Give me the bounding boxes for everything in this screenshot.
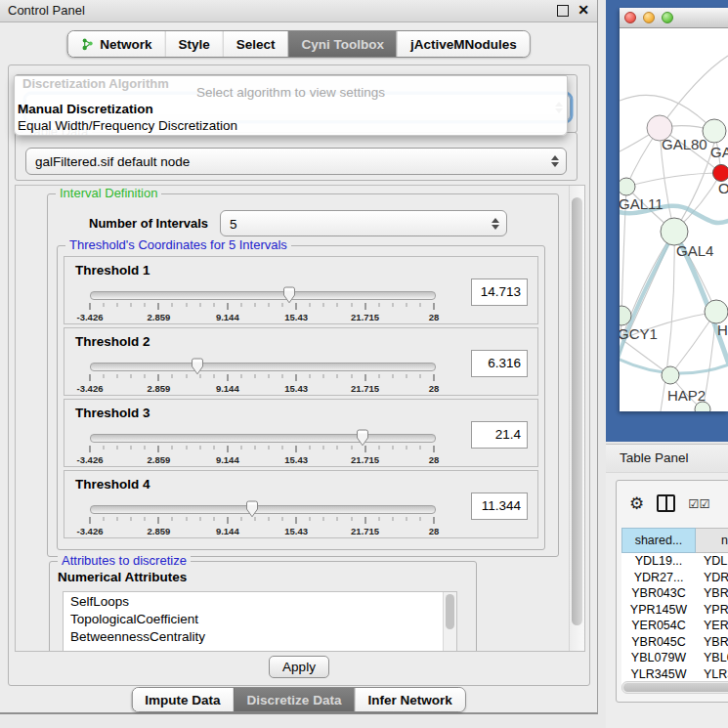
tab-select[interactable]: Select [223, 31, 288, 57]
slider-ticks [90, 517, 434, 525]
node-right[interactable] [705, 300, 728, 323]
zoom-traffic-light-icon[interactable] [662, 12, 673, 23]
tab-label: Style [178, 37, 209, 52]
slider-tick-label: 9.144 [216, 454, 239, 465]
table-row[interactable]: YBR043C YBR0 [621, 585, 728, 602]
slider-tick [378, 303, 379, 307]
cell-shared-name[interactable]: YPR145W [621, 602, 696, 619]
cell-shared-name[interactable]: YDR27... [621, 570, 696, 586]
cell-shared-name[interactable]: YBL079W [621, 650, 696, 666]
table-data-combobox[interactable]: galFiltered.sif default node [25, 148, 567, 175]
slider-tick-label: 15.43 [284, 312, 308, 322]
threshold-slider[interactable] [90, 291, 436, 300]
slider-tick [323, 374, 324, 378]
slider-tick [240, 303, 241, 307]
slider-thumb-icon[interactable] [191, 358, 204, 375]
table-row[interactable]: YLR345W YLR3 [621, 666, 728, 683]
slider-thumb-icon[interactable] [282, 286, 296, 304]
node-gal4[interactable] [661, 218, 688, 245]
threshold-slider[interactable] [90, 363, 436, 371]
slider-tick [213, 446, 214, 450]
select-columns-icon[interactable]: ☑☑ [688, 496, 709, 511]
cell-name[interactable]: YDL1 [696, 553, 728, 570]
apply-button[interactable]: Apply [269, 656, 329, 678]
cell-name[interactable]: YDR2 [696, 570, 728, 586]
cell-name[interactable]: YBR0 [696, 634, 728, 651]
slider-tick [434, 517, 435, 524]
close-traffic-light-icon[interactable] [624, 12, 636, 23]
tab-infer-network[interactable]: Infer Network [354, 688, 464, 711]
cell-shared-name[interactable]: YBR043C [621, 585, 696, 602]
tab-network[interactable]: Network [67, 31, 164, 57]
gear-icon[interactable]: ⚙ [629, 495, 644, 512]
tab-jactivemnodules[interactable]: jActiveMNodules [397, 31, 530, 57]
slider-tick [104, 517, 105, 521]
attributes-group: Attributes to discretize Numerical Attri… [49, 561, 477, 652]
slider-tick [254, 374, 255, 378]
network-canvas[interactable]: GAL80 GA GAL11 O GAL4 GCY1 H HAP2 [620, 28, 728, 411]
column-header-name[interactable]: n [696, 528, 728, 553]
numerical-attributes-list[interactable]: SelfLoopsTopologicalCoefficientBetweenne… [63, 591, 457, 652]
cell-name[interactable]: YBL0 [696, 650, 728, 666]
tab-cyni-toolbox[interactable]: Cyni Toolbox [288, 31, 398, 57]
list-scrollbar-thumb[interactable] [446, 594, 454, 629]
number-of-intervals-combobox[interactable]: 5 [220, 210, 507, 236]
attribute-list-item[interactable]: BetweennessCentrality [64, 627, 456, 645]
threshold-value-field[interactable]: 6.316 [471, 350, 528, 377]
top-tab-strip: Network Style Select Cyni Toolbox jActiv… [66, 30, 531, 58]
minimize-traffic-light-icon[interactable] [643, 12, 655, 23]
cell-shared-name[interactable]: YLR345W [621, 666, 696, 683]
algorithm-option[interactable]: Equal Width/Frequency Discretization [17, 117, 565, 134]
threshold-slider[interactable] [90, 505, 436, 514]
table-row[interactable]: YBR045C YBR0 [621, 634, 728, 651]
number-of-intervals-value: 5 [230, 216, 237, 231]
column-header-shared-name[interactable]: shared... [621, 528, 696, 553]
cell-shared-name[interactable]: YDL19... [621, 553, 696, 570]
cell-name[interactable]: YLR3 [696, 666, 728, 683]
algorithm-option[interactable]: Manual Discretization [17, 101, 565, 117]
horizontal-scrollbar-thumb[interactable] [623, 683, 728, 692]
tab-impute-data[interactable]: Impute Data [132, 688, 233, 711]
horizontal-scrollbar[interactable] [621, 681, 728, 694]
slider-tick [269, 446, 270, 450]
threshold-slider[interactable] [90, 434, 436, 443]
threshold-rows: Threshold 1 -3.4262.8599.14415.4321.7152… [64, 256, 538, 541]
network-window-titlebar[interactable] [620, 8, 728, 28]
slider-thumb-icon[interactable] [245, 500, 259, 518]
cell-name[interactable]: YPR1 [696, 602, 728, 619]
cell-name[interactable]: YER0 [696, 618, 728, 634]
slider-tick-label: 15.43 [284, 526, 308, 536]
cell-shared-name[interactable]: YBR045C [621, 634, 696, 651]
slider-tick [296, 517, 297, 524]
tab-discretize-data[interactable]: Discretize Data [234, 688, 355, 711]
table-row[interactable]: YPR145W YPR1 [621, 602, 728, 619]
table-row[interactable]: YDL19... YDL1 [621, 553, 728, 570]
slider-thumb-icon[interactable] [356, 429, 369, 447]
cell-shared-name[interactable]: YER054C [621, 618, 696, 634]
column-layout-icon[interactable] [657, 494, 675, 512]
attribute-list-item[interactable]: TopologicalCoefficient [64, 610, 456, 627]
table-row[interactable]: YBL079W YBL0 [621, 650, 728, 666]
float-window-icon[interactable] [557, 5, 569, 17]
slider-tick-labels: -3.4262.8599.14415.4321.71528 [90, 454, 434, 466]
list-scrollbar[interactable] [443, 592, 456, 652]
table-row[interactable]: YDR27... YDR2 [621, 570, 728, 586]
panel-scrollbar[interactable] [569, 186, 584, 651]
slider-tick [337, 374, 338, 378]
node-hap2[interactable] [662, 366, 679, 384]
slider-tick [323, 303, 324, 307]
threshold-value-field[interactable]: 14.713 [471, 278, 528, 306]
node-red-selected[interactable] [713, 165, 728, 182]
node-gal11[interactable] [620, 178, 635, 195]
panel-scrollbar-thumb[interactable] [572, 197, 582, 625]
cell-name[interactable]: YBR0 [696, 585, 728, 602]
control-panel-titlebar[interactable]: Control Panel ✕ [0, 0, 597, 22]
slider-tick [158, 446, 159, 452]
tab-style[interactable]: Style [164, 31, 222, 57]
table-row[interactable]: YER054C YER0 [621, 618, 728, 634]
close-icon[interactable]: ✕ [578, 4, 589, 17]
threshold-value-field[interactable]: 11.344 [471, 492, 528, 520]
slider-tick [199, 446, 200, 450]
attribute-list-item[interactable]: SelfLoops [64, 592, 456, 610]
threshold-value-field[interactable]: 21.4 [471, 421, 528, 449]
